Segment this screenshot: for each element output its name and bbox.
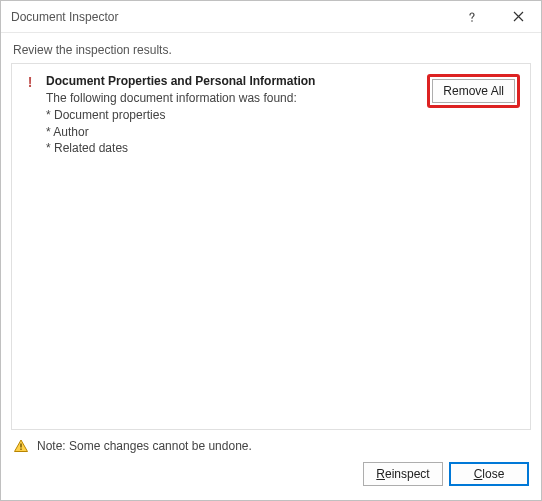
- help-button[interactable]: [449, 1, 495, 33]
- close-icon: [513, 11, 524, 22]
- result-title: Document Properties and Personal Informa…: [46, 74, 411, 88]
- reinspect-button[interactable]: Reinspect: [363, 462, 443, 486]
- close-window-button[interactable]: [495, 1, 541, 33]
- help-icon: [466, 11, 478, 23]
- remove-all-highlight: Remove All: [427, 74, 520, 108]
- warning-icon: [13, 438, 29, 454]
- footer-note-text: Note: Some changes cannot be undone.: [37, 439, 252, 453]
- svg-point-0: [471, 20, 473, 22]
- svg-rect-1: [20, 444, 21, 448]
- result-row: ! Document Properties and Personal Infor…: [22, 74, 520, 157]
- footer-note: Note: Some changes cannot be undone.: [13, 438, 529, 454]
- titlebar: Document Inspector: [1, 1, 541, 33]
- close-button[interactable]: Close: [449, 462, 529, 486]
- remove-all-button[interactable]: Remove All: [432, 79, 515, 103]
- footer: Note: Some changes cannot be undone. Rei…: [1, 430, 541, 500]
- results-panel: ! Document Properties and Personal Infor…: [11, 63, 531, 430]
- window-title: Document Inspector: [11, 10, 118, 24]
- alert-icon: !: [22, 74, 38, 90]
- svg-rect-2: [20, 449, 21, 450]
- document-inspector-window: Document Inspector Review the inspection…: [0, 0, 542, 501]
- result-desc: The following document information was f…: [46, 90, 411, 157]
- footer-buttons: Reinspect Close: [13, 462, 529, 486]
- result-text: Document Properties and Personal Informa…: [46, 74, 411, 157]
- subtitle: Review the inspection results.: [1, 33, 541, 63]
- content-wrap: ! Document Properties and Personal Infor…: [1, 63, 541, 430]
